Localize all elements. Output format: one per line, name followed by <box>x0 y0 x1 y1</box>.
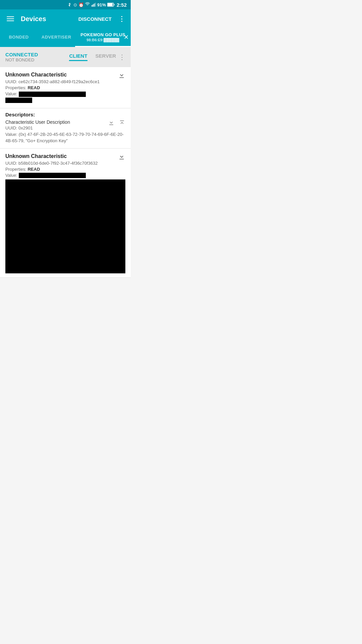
char-value-redacted-1 <box>19 92 86 97</box>
char-title-2: Unknown Characteristic <box>5 153 125 159</box>
dot-icon: ⊙ <box>73 2 77 7</box>
sub-header: CONNECTED NOT BONDED CLIENT SERVER ⋮ <box>0 47 131 67</box>
char-props-1: Properties: READ <box>5 85 125 90</box>
status-icons: ⊙ ⏰ 91% 2:52 <box>67 2 127 8</box>
client-server-tabs: CLIENT SERVER <box>69 53 116 61</box>
disconnect-button[interactable]: DISCONNECT <box>77 15 113 23</box>
bonded-label: NOT BONDED <box>5 57 69 62</box>
characteristic-card-1: Unknown Characteristic UUID: ce62c734-35… <box>0 67 131 108</box>
svg-rect-0 <box>92 5 92 7</box>
descriptor-name-1: Characteristic User Description <box>5 119 125 125</box>
connection-status: CONNECTED NOT BONDED <box>5 52 69 62</box>
signal-icon <box>91 2 96 7</box>
more-options-icon[interactable]: ⋮ <box>118 15 125 23</box>
svg-rect-1 <box>93 4 94 7</box>
char-uuid-1: UUID: ce62c734-3592-a882-d849-f129a2ec6c… <box>5 79 125 84</box>
descriptor-uuid-1: UUID: 0x2901 <box>5 125 125 130</box>
char-value-redacted-large <box>5 179 125 273</box>
char-value-redacted-2 <box>19 173 86 178</box>
close-tab-button[interactable]: ✕ <box>123 33 129 42</box>
tab-pokemon-address: 98:B6:E9:██████ <box>86 38 119 42</box>
descriptor-download-btn[interactable] <box>108 119 115 128</box>
device-tabs: BONDED ADVERTISER POKEMON GO PLUS 98:B6:… <box>0 28 131 47</box>
tab-pokemon-name: POKEMON GO PLUS <box>80 32 125 37</box>
battery-icon <box>107 3 115 7</box>
time: 2:52 <box>117 2 127 8</box>
hamburger-menu[interactable] <box>5 15 15 22</box>
tab-client[interactable]: CLIENT <box>69 53 87 61</box>
download-button-2[interactable] <box>118 153 125 163</box>
char-value-1: Value: <box>5 91 125 103</box>
svg-rect-2 <box>94 4 95 7</box>
app-bar-title: Devices <box>21 15 72 23</box>
sub-more-icon[interactable]: ⋮ <box>119 53 125 61</box>
alarm-icon: ⏰ <box>78 2 84 7</box>
svg-rect-6 <box>114 4 114 5</box>
char-value-redacted-1b <box>5 98 32 103</box>
descriptor-value-1: Value: (0x) 47-6F-2B-20-45-6E-63-72-79-7… <box>5 131 125 144</box>
svg-rect-5 <box>108 3 113 6</box>
battery-pct: 91% <box>97 2 106 7</box>
tab-advertiser[interactable]: ADVERTISER <box>38 28 75 47</box>
descriptor-item-1: Characteristic User Description UUID: 0x… <box>5 119 125 144</box>
descriptors-title: Descriptors: <box>5 112 125 117</box>
descriptor-buttons <box>108 119 125 128</box>
app-bar: Devices DISCONNECT ⋮ <box>0 9 131 28</box>
descriptors-section: Descriptors: Characteristic User Descrip… <box>0 108 131 148</box>
bluetooth-icon <box>67 2 72 7</box>
tab-pokemon-go-plus[interactable]: POKEMON GO PLUS 98:B6:E9:██████ ✕ <box>75 28 131 47</box>
tab-bonded[interactable]: BONDED <box>0 28 38 47</box>
svg-rect-3 <box>95 3 96 7</box>
download-button-1[interactable] <box>118 72 125 81</box>
char-value-2: Value: <box>5 173 125 178</box>
connected-label: CONNECTED <box>5 52 69 57</box>
wifi-icon <box>85 2 90 7</box>
char-uuid-2: UUID: b58b010d-6de0-7f92-3c47-4f36c70f36… <box>5 161 125 166</box>
char-props-2: Properties: READ <box>5 167 125 172</box>
char-title-1: Unknown Characteristic <box>5 72 125 78</box>
descriptor-upload-btn[interactable] <box>119 119 125 128</box>
status-bar: ⊙ ⏰ 91% 2:52 <box>0 0 131 9</box>
content-area: Unknown Characteristic UUID: ce62c734-35… <box>0 67 131 278</box>
tab-server[interactable]: SERVER <box>96 53 116 61</box>
characteristic-card-2: Unknown Characteristic UUID: b58b010d-6d… <box>0 149 131 278</box>
